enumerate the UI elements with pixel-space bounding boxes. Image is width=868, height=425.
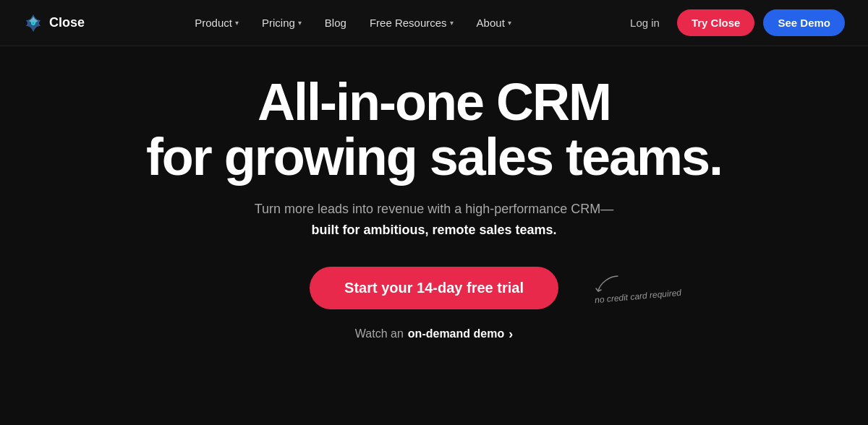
chevron-down-icon: ▾ — [235, 19, 239, 27]
svg-point-2 — [33, 22, 35, 24]
arrow-icon — [595, 272, 624, 294]
trial-button[interactable]: Start your 14-day free trial — [310, 267, 558, 309]
logo-area: Close — [23, 13, 85, 33]
chevron-down-icon: ▾ — [298, 19, 302, 27]
hero-subtitle-text: Turn more leads into revenue with a high… — [255, 202, 614, 216]
chevron-down-icon: ▾ — [508, 19, 511, 27]
on-demand-demo-link[interactable]: on-demand demo — [408, 327, 504, 340]
nav-label-pricing: Pricing — [262, 17, 295, 29]
watch-prefix-text: Watch an — [355, 327, 404, 340]
navbar-actions: Log in Try Close See Demo — [621, 9, 845, 36]
see-demo-button[interactable]: See Demo — [763, 9, 845, 36]
hero-title-line1: All-in-one CRM — [258, 73, 610, 131]
hero-title: All-in-one CRM for growing sales teams. — [146, 75, 722, 184]
chevron-down-icon: ▾ — [450, 19, 454, 27]
login-button[interactable]: Log in — [621, 11, 668, 35]
cta-area: Start your 14-day free trial no credit c… — [310, 267, 558, 342]
nav-label-blog: Blog — [325, 17, 346, 29]
nav-item-pricing[interactable]: Pricing ▾ — [252, 11, 312, 35]
nav-label-free-resources: Free Resources — [370, 17, 447, 29]
try-close-button[interactable]: Try Close — [677, 9, 755, 36]
watch-demo-link[interactable]: Watch an on-demand demo › — [355, 327, 513, 342]
hero-section: All-in-one CRM for growing sales teams. … — [0, 46, 868, 356]
brand-name: Close — [49, 15, 85, 30]
nav-item-blog[interactable]: Blog — [315, 11, 357, 35]
nav-item-about[interactable]: About ▾ — [467, 11, 522, 35]
hero-title-line2: for growing sales teams. — [146, 128, 722, 186]
no-cc-note-area: no credit card required — [595, 272, 681, 301]
hero-subtitle-bold: built for ambitious, remote sales teams. — [311, 223, 556, 237]
navbar: Close Product ▾ Pricing ▾ Blog Free Reso… — [0, 0, 868, 46]
nav-label-about: About — [477, 17, 505, 29]
nav-item-free-resources[interactable]: Free Resources ▾ — [359, 11, 464, 35]
chevron-right-icon: › — [509, 327, 513, 342]
hero-subtitle: Turn more leads into revenue with a high… — [246, 199, 622, 241]
nav-menu: Product ▾ Pricing ▾ Blog Free Resources … — [184, 11, 522, 35]
nav-label-product: Product — [195, 17, 232, 29]
nav-item-product[interactable]: Product ▾ — [184, 11, 249, 35]
close-logo-icon — [23, 13, 43, 33]
